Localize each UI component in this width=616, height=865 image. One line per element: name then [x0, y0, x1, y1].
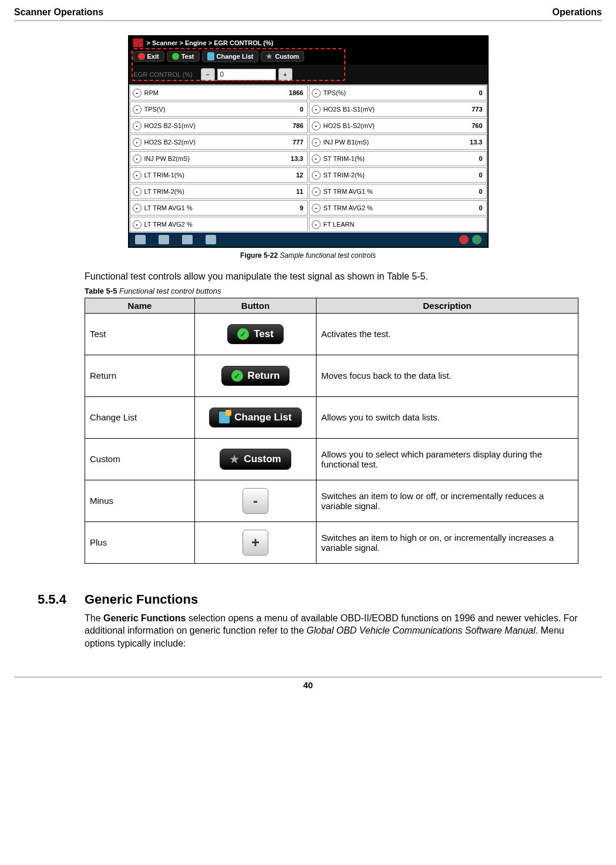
parameter-row[interactable]: •HO2S B2-S1(mV)786	[130, 118, 308, 133]
param-name: ST TRIM-1(%)	[324, 155, 449, 162]
plus-button[interactable]: +	[243, 530, 268, 556]
row-name: Return	[85, 355, 195, 396]
row-button-cell: -	[195, 480, 317, 521]
toggle-icon[interactable]: •	[133, 105, 142, 114]
exit-button[interactable]: Exit	[133, 51, 164, 62]
toggle-icon[interactable]: •	[312, 89, 321, 97]
nav-icon-3[interactable]	[206, 235, 216, 244]
parameter-row[interactable]: •ST TRIM-1(%)0	[309, 151, 487, 166]
param-value: 0	[449, 171, 484, 179]
test-button[interactable]: Test	[167, 51, 200, 62]
change-list-button[interactable]: Change List	[209, 408, 301, 428]
test-button[interactable]: ✓Test	[227, 324, 284, 344]
param-value: 0	[270, 106, 305, 113]
toggle-icon[interactable]: •	[133, 187, 142, 196]
button-label: Change List	[234, 412, 291, 423]
toggle-icon[interactable]: •	[312, 204, 321, 213]
star-icon: ★	[266, 53, 272, 60]
parameter-row[interactable]: •LT TRIM-1(%)12	[130, 167, 308, 183]
param-name: HO2S B1-S1(mV)	[324, 106, 449, 113]
custom-label: Custom	[275, 53, 299, 60]
toggle-icon[interactable]: •	[133, 138, 142, 147]
parameter-row[interactable]: •RPM1866	[130, 85, 308, 100]
param-value: 11	[270, 188, 305, 195]
control-value[interactable]: 0	[217, 69, 276, 80]
nav-icon-1[interactable]	[159, 235, 169, 244]
toggle-icon[interactable]: •	[312, 187, 321, 196]
toggle-icon[interactable]: •	[312, 138, 321, 147]
parameter-row[interactable]: •LT TRM AVG2 %	[130, 217, 308, 232]
intro-paragraph: Functional test controls allow you manip…	[85, 270, 578, 283]
parameter-row[interactable]: •ST TRM AVG2 %0	[309, 200, 487, 216]
table-row: Test✓TestActivates the test.	[85, 313, 578, 355]
nav-icon-2[interactable]	[182, 235, 193, 244]
parameter-row[interactable]: •HO2S B1-S1(mV)773	[309, 102, 487, 117]
breadcrumb: > Scanner > Engine > EGR CONTROL (%)	[147, 39, 274, 46]
test-label: Test	[181, 53, 194, 60]
parameter-row[interactable]: •HO2S B2-S2(mV)777	[130, 134, 308, 150]
row-description: Allows you to select which parameters di…	[317, 438, 578, 480]
return-button[interactable]: ✓Return	[221, 366, 290, 386]
row-name: Minus	[85, 480, 195, 521]
screenshot-titlebar: > Scanner > Engine > EGR CONTROL (%)	[129, 36, 487, 49]
parameter-row[interactable]: •TPS(V)0	[130, 102, 308, 117]
plus-button[interactable]: +	[278, 68, 292, 81]
custom-button[interactable]: ★ Custom	[261, 51, 304, 62]
parameter-row[interactable]: •ST TRIM-2(%)0	[309, 167, 487, 183]
button-label: Test	[254, 328, 274, 340]
figure-label: Figure 5-22	[240, 251, 278, 260]
row-description: Allows you to switch data lists.	[317, 396, 578, 438]
param-value: 13.3	[449, 139, 484, 146]
button-label: Return	[248, 370, 280, 382]
toggle-icon[interactable]: •	[312, 105, 321, 114]
home-icon[interactable]	[135, 235, 146, 244]
param-name: ST TRM AVG2 %	[324, 204, 449, 211]
param-name: LT TRM AVG2 %	[144, 221, 270, 228]
param-value: 1866	[270, 89, 305, 96]
table-row: Return✓ReturnMoves focus back to the dat…	[85, 355, 578, 396]
section-paragraph: The Generic Functions selection opens a …	[85, 612, 578, 650]
parameter-row[interactable]: •LT TRIM-2(%)11	[130, 184, 308, 199]
toggle-icon[interactable]: •	[312, 154, 321, 163]
toggle-icon[interactable]: •	[312, 220, 321, 229]
param-value: 777	[270, 139, 305, 146]
row-name: Test	[85, 313, 195, 355]
parameter-row[interactable]: •TPS(%)0	[309, 85, 487, 100]
page: Scanner Operations Operations > Scanner …	[0, 0, 616, 702]
parameter-row[interactable]: •FT LEARN	[309, 217, 487, 232]
page-number: 40	[303, 680, 313, 690]
section-title: Generic Functions	[85, 592, 198, 607]
param-name: ST TRM AVG1 %	[324, 188, 449, 195]
th-name: Name	[85, 298, 195, 313]
parameter-row[interactable]: •ST TRM AVG1 %0	[309, 184, 487, 199]
parameter-row[interactable]: •INJ PW B2(mS)13.3	[130, 151, 308, 166]
table-caption: Table 5-5 Functional test control button…	[85, 287, 578, 295]
param-value: 9	[270, 204, 305, 211]
toggle-icon[interactable]: •	[133, 204, 142, 213]
toggle-icon[interactable]: •	[312, 171, 321, 180]
button-table: Name Button Description Test✓TestActivat…	[85, 298, 578, 564]
running-header: Scanner Operations Operations	[14, 7, 602, 21]
control-label: EGR CONTROL (%)	[134, 71, 198, 78]
change-list-button[interactable]: Change List	[202, 51, 259, 62]
toggle-icon[interactable]: •	[133, 220, 142, 229]
status-dot-green	[472, 235, 482, 244]
toggle-icon[interactable]: •	[133, 122, 142, 130]
toggle-icon[interactable]: •	[133, 154, 142, 163]
parameter-row[interactable]: •HO2S B1-S2(mV)760	[309, 118, 487, 133]
param-value: 0	[449, 204, 484, 211]
minus-button[interactable]: -	[243, 488, 268, 514]
row-button-cell: ★Custom	[195, 438, 317, 480]
custom-button[interactable]: ★Custom	[220, 449, 291, 470]
param-name: HO2S B2-S1(mV)	[144, 122, 270, 129]
minus-button[interactable]: −	[201, 68, 215, 81]
parameter-row[interactable]: •LT TRM AVG1 %9	[130, 200, 308, 216]
parameter-row[interactable]: •INJ PW B1(mS)13.3	[309, 134, 487, 150]
row-name: Change List	[85, 396, 195, 438]
param-name: HO2S B1-S2(mV)	[324, 122, 449, 129]
figure-text: Sample functional test controls	[280, 251, 375, 260]
toggle-icon[interactable]: •	[133, 89, 142, 97]
exit-label: Exit	[147, 53, 159, 60]
toggle-icon[interactable]: •	[133, 171, 142, 180]
toggle-icon[interactable]: •	[312, 122, 321, 130]
